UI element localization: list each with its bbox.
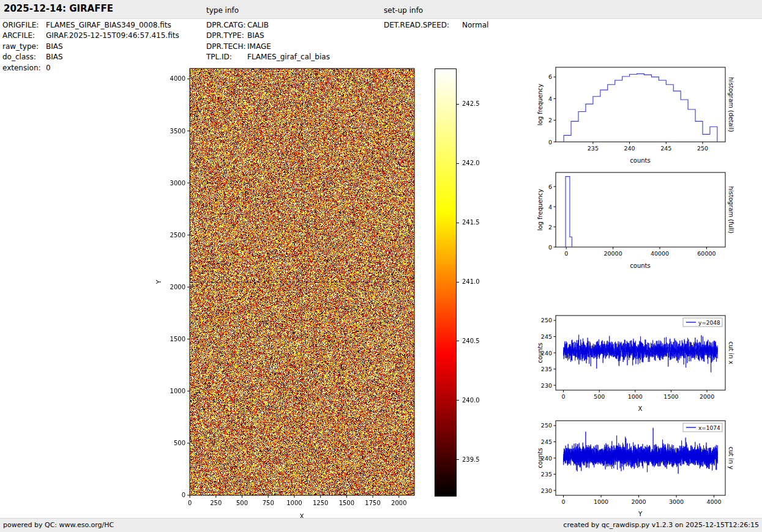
- svg-text:230: 230: [541, 382, 552, 389]
- type-info-heading: type info: [206, 6, 239, 15]
- meta-row-dpr-type: DPR.TYPE:BIAS: [206, 31, 330, 41]
- colorbar-tick-labels: 239.5240.0240.5241.0241.5242.0242.5: [457, 0, 499, 532]
- svg-text:1750: 1750: [365, 500, 380, 506]
- svg-text:245: 245: [660, 145, 671, 152]
- meta-label: ARCFILE:: [2, 31, 46, 41]
- meta-value: 0: [46, 64, 51, 72]
- file-info-block: ORIGFILE:FLAMES_GIRAF_BIAS349_0008.fits …: [2, 20, 179, 73]
- meta-value: BIAS: [46, 53, 63, 61]
- svg-text:500: 500: [174, 440, 185, 446]
- svg-text:4000: 4000: [706, 498, 721, 505]
- qc-report-page: { "header": { "title": "2025-12-14: GIRA…: [0, 0, 762, 532]
- svg-text:2500: 2500: [170, 232, 185, 238]
- chart-histogram-detail: 2352402452500246 log frequency counts hi…: [525, 61, 739, 168]
- y-axis-label: log frequency: [537, 189, 543, 231]
- svg-text:1000: 1000: [594, 498, 608, 505]
- meta-row-do-class: do_class:BIAS: [2, 52, 179, 62]
- meta-label: DPR.CATG:: [206, 20, 247, 31]
- svg-text:250: 250: [541, 317, 552, 323]
- svg-text:250: 250: [541, 422, 552, 429]
- svg-text:x=1074: x=1074: [698, 425, 720, 431]
- right-axis-label: cut in x: [728, 341, 734, 364]
- svg-text:3000: 3000: [669, 498, 684, 505]
- svg-text:4: 4: [548, 95, 552, 102]
- meta-label: do_class:: [2, 52, 46, 62]
- svg-text:0: 0: [548, 244, 552, 251]
- meta-label: TPL.ID:: [206, 52, 247, 62]
- colorbar: [435, 68, 457, 497]
- svg-text:235: 235: [541, 471, 552, 478]
- svg-text:2: 2: [548, 224, 552, 231]
- svg-text:2000: 2000: [700, 393, 714, 400]
- meta-value: FLAMES_GIRAF_BIAS349_0008.fits: [46, 21, 171, 29]
- right-axis-label: cut in y: [728, 446, 734, 469]
- svg-text:1500: 1500: [170, 336, 185, 342]
- histogram-full-plot: 02000040000600000246: [525, 166, 739, 273]
- svg-text:235: 235: [588, 145, 599, 152]
- svg-text:4: 4: [548, 204, 552, 210]
- meta-label: DET.READ.SPEED:: [384, 20, 462, 31]
- right-axis-label: histogram (full): [728, 186, 734, 233]
- y-axis-label: log frequency: [537, 84, 543, 126]
- svg-text:0: 0: [564, 250, 568, 257]
- meta-value: BIAS: [247, 31, 264, 40]
- svg-text:3500: 3500: [170, 128, 185, 135]
- footer-powered-by: powered by QC: www.eso.org/HC: [3, 521, 114, 529]
- meta-label: raw_type:: [2, 42, 46, 52]
- header-bar: [0, 0, 762, 19]
- histogram-detail-plot: 2352402452500246: [525, 61, 739, 168]
- meta-row-origfile: ORIGFILE:FLAMES_GIRAF_BIAS349_0008.fits: [2, 20, 179, 31]
- y-axis-label: counts: [537, 448, 543, 468]
- x-axis-label: counts: [630, 262, 650, 269]
- svg-text:245: 245: [541, 333, 552, 340]
- svg-text:y=2048: y=2048: [698, 320, 720, 326]
- svg-text:245: 245: [541, 438, 552, 445]
- svg-text:750: 750: [263, 500, 274, 506]
- svg-text:1000: 1000: [286, 500, 302, 506]
- meta-value: FLAMES_giraf_cal_bias: [247, 53, 330, 61]
- meta-label: ORIGFILE:: [2, 20, 46, 31]
- y-axis-label: counts: [537, 342, 543, 363]
- svg-text:230: 230: [541, 487, 552, 494]
- svg-text:0: 0: [548, 139, 552, 146]
- chart-cut-in-y: 01000200030004000230235240245250x=1074 c…: [525, 415, 739, 522]
- x-axis-label: counts: [630, 157, 650, 164]
- chart-cut-in-x: 0500100015002000230235240245250y=2048 co…: [525, 309, 739, 416]
- svg-text:0: 0: [188, 500, 192, 506]
- meta-row-extension: extension:0: [2, 63, 179, 73]
- svg-text:500: 500: [594, 393, 605, 400]
- svg-text:40000: 40000: [651, 250, 669, 257]
- meta-label: DPR.TECH:: [206, 42, 247, 52]
- svg-text:2: 2: [548, 117, 552, 124]
- main-y-axis-label: Y: [155, 280, 162, 284]
- cut-in-y-plot: 01000200030004000230235240245250x=1074: [525, 415, 739, 522]
- svg-text:1500: 1500: [339, 500, 354, 506]
- svg-text:250: 250: [697, 145, 708, 152]
- setup-info-heading: set-up info: [384, 6, 423, 15]
- svg-text:0: 0: [182, 492, 185, 498]
- cut-in-x-plot: 0500100015002000230235240245250y=2048: [525, 309, 739, 416]
- svg-text:6: 6: [548, 73, 552, 80]
- meta-row-raw-type: raw_type:BIAS: [2, 42, 179, 52]
- meta-row-dpr-tech: DPR.TECH:IMAGE: [206, 42, 330, 52]
- type-info-block: DPR.CATG:CALIB DPR.TYPE:BIAS DPR.TECH:IM…: [206, 20, 330, 63]
- svg-text:2000: 2000: [631, 498, 646, 505]
- footer-created-by: created by qc_rawdisp.py v1.2.3 on 2025-…: [563, 521, 759, 529]
- svg-text:240: 240: [624, 145, 635, 152]
- svg-text:235: 235: [541, 366, 552, 372]
- svg-text:1000: 1000: [628, 393, 643, 400]
- svg-text:2000: 2000: [170, 284, 185, 290]
- meta-value: CALIB: [247, 21, 269, 29]
- x-axis-label: Y: [638, 511, 642, 517]
- meta-row-tpl-id: TPL.ID:FLAMES_giraf_cal_bias: [206, 52, 330, 62]
- svg-text:20000: 20000: [603, 250, 622, 257]
- meta-row-dpr-catg: DPR.CATG:CALIB: [206, 20, 330, 31]
- svg-text:60000: 60000: [697, 250, 715, 257]
- svg-text:1000: 1000: [170, 388, 185, 394]
- svg-text:1250: 1250: [313, 500, 328, 506]
- svg-text:1500: 1500: [663, 393, 678, 400]
- page-title: 2025-12-14: GIRAFFE: [4, 3, 113, 14]
- x-axis-label: X: [638, 405, 643, 412]
- svg-text:3000: 3000: [170, 180, 185, 187]
- meta-label: extension:: [2, 63, 46, 73]
